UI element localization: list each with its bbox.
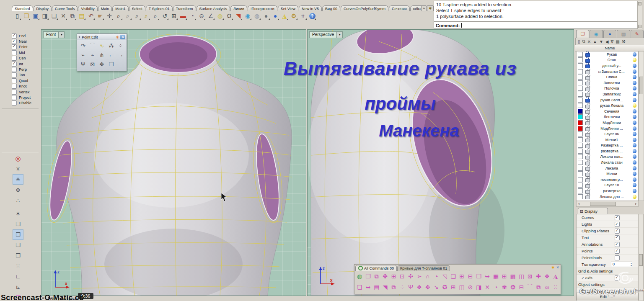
copy-icon[interactable]: ⧉ bbox=[68, 11, 77, 21]
layers-vscrollbar[interactable] bbox=[639, 51, 644, 201]
kink-point-icon[interactable]: ⋔ bbox=[97, 50, 106, 59]
tsplines-command-icon[interactable]: ⊟ bbox=[466, 271, 474, 282]
tab-overflow-button[interactable]: » bbox=[421, 5, 427, 11]
tsplines-command-icon[interactable]: ⊞ bbox=[500, 271, 509, 282]
layer-row[interactable]: динный у... bbox=[577, 63, 638, 69]
bulb-icon[interactable] bbox=[633, 160, 636, 165]
bend-curve-icon[interactable]: ⌒ bbox=[88, 41, 97, 50]
delete-layer-icon[interactable]: ✕ bbox=[587, 39, 591, 44]
scroll-left-icon[interactable]: ◂ bbox=[577, 202, 581, 206]
zoom-icon[interactable]: ⌕ bbox=[114, 11, 123, 21]
link-icon[interactable]: ⌗ bbox=[298, 11, 308, 21]
tsplines-command-icon[interactable]: ❒ bbox=[475, 271, 483, 282]
copy-detail-icon[interactable]: ❏ bbox=[49, 11, 59, 21]
layer-swatch[interactable] bbox=[578, 92, 583, 97]
lock-icon[interactable] bbox=[585, 53, 590, 57]
layers-name-header[interactable]: Name bbox=[575, 45, 644, 51]
tsplines-command-icon[interactable]: ⧉ bbox=[389, 282, 398, 293]
bulb-icon[interactable] bbox=[633, 69, 636, 74]
layer-swatch[interactable] bbox=[578, 188, 583, 193]
tsplines-command-icon[interactable]: ❖ bbox=[543, 271, 551, 282]
tools-icon[interactable]: ⚒ bbox=[622, 39, 626, 44]
bulb-icon[interactable] bbox=[633, 143, 636, 147]
move-up-icon[interactable]: ▲ bbox=[593, 39, 597, 44]
toolbar-tab[interactable]: Вид 00 bbox=[322, 5, 340, 11]
display-panel-tab[interactable]: ⊡ Display bbox=[578, 208, 608, 214]
layer-swatch[interactable] bbox=[578, 80, 583, 85]
scroll-thumb[interactable] bbox=[590, 202, 616, 206]
open-file-icon[interactable]: ❐ bbox=[22, 11, 31, 21]
layer-row[interactable]: Лекала для ... bbox=[577, 194, 638, 200]
lock-icon[interactable] bbox=[585, 178, 590, 182]
layers-hscrollbar[interactable]: ◂ ▸ bbox=[576, 201, 639, 207]
sphere-dark-icon[interactable]: ● bbox=[261, 11, 271, 21]
close-icon[interactable]: ✕ bbox=[120, 35, 125, 39]
cone-icon[interactable]: ◮ bbox=[280, 11, 289, 21]
display-option-checkbox[interactable] bbox=[615, 222, 620, 227]
tsplines-command-icon[interactable]: ◫ bbox=[458, 282, 466, 293]
tsplines-command-icon[interactable]: ◮ bbox=[551, 271, 560, 282]
bulb-icon[interactable] bbox=[633, 183, 636, 187]
chevron-down-icon[interactable]: ▼ bbox=[59, 31, 65, 38]
tsplines-command-icon[interactable]: ❏ bbox=[449, 271, 458, 282]
toolbar-tab[interactable]: Surface Analysis bbox=[197, 5, 230, 11]
tsplines-command-icon[interactable]: Ψ bbox=[406, 282, 415, 293]
layer-swatch[interactable] bbox=[578, 149, 583, 154]
lock-icon[interactable]: Ω bbox=[225, 11, 234, 21]
layer-row[interactable]: несимметр... bbox=[577, 177, 638, 183]
layer-row[interactable]: МодЛинии bbox=[577, 120, 638, 126]
lock-icon[interactable] bbox=[585, 82, 590, 85]
rotate-view-icon[interactable]: ↺ bbox=[160, 11, 169, 21]
weld-points-icon[interactable]: Ψ bbox=[78, 59, 88, 69]
display-option-checkbox[interactable] bbox=[615, 255, 620, 260]
display-option-checkbox[interactable] bbox=[615, 249, 620, 254]
bulb-icon[interactable] bbox=[633, 103, 636, 108]
gears-icon[interactable]: ⚙ bbox=[289, 11, 298, 21]
layer-swatch[interactable] bbox=[578, 120, 583, 125]
cube-icon[interactable]: ❒ bbox=[106, 59, 116, 69]
layer-row[interactable]: рукав Запл... bbox=[577, 97, 638, 103]
toolbar-tab[interactable]: Main bbox=[98, 5, 112, 11]
layer-swatch[interactable] bbox=[578, 194, 583, 199]
bulb-icon[interactable] bbox=[633, 64, 636, 68]
osnap-checkbox[interactable] bbox=[12, 33, 17, 39]
tsplines-command-icon[interactable]: ∞ bbox=[543, 282, 551, 293]
angle-icon[interactable]: ∠ bbox=[206, 11, 215, 21]
lock-icon[interactable] bbox=[585, 99, 590, 103]
toolbar-tab[interactable]: Линии bbox=[230, 5, 247, 11]
lock-icon[interactable] bbox=[585, 64, 590, 68]
toolbar-tab-all-commands[interactable]: All Commands 00 bbox=[355, 265, 397, 271]
toolbar-tab[interactable]: Transform bbox=[173, 5, 196, 11]
tsplines-command-icon[interactable]: ◫ bbox=[517, 271, 525, 282]
box-points-active-icon[interactable]: ❒ bbox=[13, 229, 23, 240]
layer-row[interactable]: Заплатки bbox=[577, 80, 638, 86]
osnap-checkbox[interactable] bbox=[12, 72, 17, 77]
layer-swatch[interactable] bbox=[578, 154, 583, 159]
layer-swatch[interactable] bbox=[578, 114, 583, 119]
viewport-name[interactable]: Front bbox=[43, 31, 59, 38]
tsplines-command-icon[interactable]: ⊞ bbox=[449, 282, 458, 293]
bulb-icon[interactable] bbox=[633, 109, 636, 113]
layer-row[interactable]: Ленточки bbox=[577, 114, 638, 120]
tsplines-command-icon[interactable]: ⁘ bbox=[398, 282, 406, 293]
tsplines-command-icon[interactable]: ◨ bbox=[475, 282, 483, 293]
print-icon[interactable]: ◨ bbox=[40, 11, 49, 21]
lock-icon[interactable] bbox=[585, 184, 590, 188]
car-icon[interactable]: ▬ bbox=[178, 11, 188, 21]
lock-icon[interactable] bbox=[585, 87, 590, 91]
osnap-dots-icon[interactable]: ∴ bbox=[13, 195, 23, 206]
lock-icon[interactable] bbox=[585, 144, 590, 148]
help-icon[interactable]: ? bbox=[308, 11, 317, 21]
layer-row[interactable]: Layer 06 bbox=[577, 131, 638, 137]
toolbar-tab[interactable]: Standard bbox=[12, 5, 33, 11]
layer-swatch[interactable] bbox=[578, 183, 583, 188]
tsplines-command-icon[interactable]: ⊟ bbox=[517, 282, 525, 293]
layer-swatch[interactable] bbox=[578, 75, 583, 80]
layer-row[interactable]: Метки bbox=[577, 171, 638, 177]
layer-swatch[interactable] bbox=[578, 69, 583, 74]
box-edit-icon[interactable]: ❒ bbox=[13, 240, 23, 250]
cplane-r-icon[interactable]: ⊾ bbox=[13, 282, 23, 292]
tsplines-command-icon[interactable]: ❏ bbox=[355, 282, 364, 293]
tsplines-command-icon[interactable]: ◔ bbox=[432, 271, 440, 282]
axis-star-icon[interactable]: ✶ bbox=[13, 208, 23, 219]
